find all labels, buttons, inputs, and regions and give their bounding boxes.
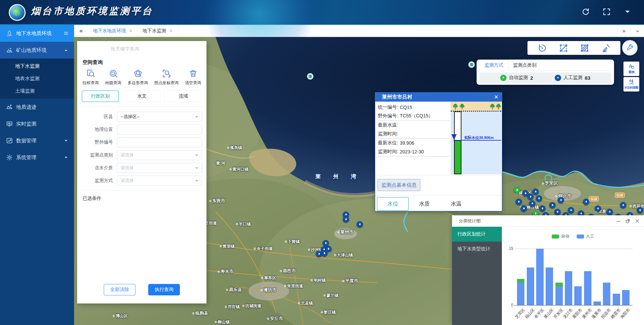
tool-拉框查询[interactable]: 拉框查询 (83, 69, 99, 86)
keyword-search-input[interactable] (82, 46, 172, 52)
tab-menu-button[interactable] (631, 25, 644, 37)
sidebar-item-地下水监测[interactable]: 地下水监测 (0, 60, 74, 72)
sidebar-item-地下水地质环境[interactable]: 地下水地质环境 (0, 25, 74, 42)
chevron-down-icon[interactable] (63, 138, 69, 143)
tool-清空查询[interactable]: 清空查询 (185, 69, 201, 86)
sidebar-item-土壤监测[interactable]: 土壤监测 (0, 85, 74, 97)
tab-overflow-button[interactable]: » (617, 25, 631, 37)
measure-distance-icon[interactable] (559, 43, 568, 53)
tab-地下水监测[interactable]: 地下水监测✕ (138, 25, 178, 37)
manual-station-marker[interactable] (529, 201, 536, 207)
manual-station-marker[interactable] (516, 199, 522, 205)
popup-tab-水质[interactable]: 水质 (409, 197, 440, 211)
tool-画圆查询[interactable]: 画圆查询 (105, 69, 121, 86)
map-button-图例[interactable]: 图例 (623, 62, 639, 76)
sidebar-item-实时监测[interactable]: 实时监测 (0, 115, 74, 132)
bar-开发区[interactable] (555, 283, 563, 305)
manual-station-marker[interactable] (343, 216, 349, 223)
sidebar-item-系统管理[interactable]: 系统管理 (0, 149, 74, 166)
manual-station-marker[interactable] (539, 206, 546, 212)
popup-tab-水温[interactable]: 水温 (440, 197, 472, 211)
manual-station-marker[interactable] (554, 209, 561, 215)
monitor-tab-监测方式[interactable]: 监测方式 (479, 60, 508, 71)
bar-海阳市[interactable] (622, 290, 630, 305)
bar-福山区[interactable] (527, 267, 534, 305)
collapse-tabs-button[interactable]: « (74, 25, 88, 37)
bar-招远市[interactable] (603, 283, 610, 305)
refresh-icon[interactable] (581, 7, 590, 16)
manual-station-marker[interactable] (583, 199, 589, 205)
含水介质-select[interactable]: 请选择 (117, 163, 202, 173)
legend-item-自动[interactable]: 自动 (552, 233, 569, 239)
close-icon[interactable]: ✕ (494, 94, 498, 100)
sidebar-item-数据管理[interactable]: 数据管理 (0, 132, 74, 149)
bar-莱山区[interactable] (546, 267, 553, 305)
chart-nav-行政区划统计[interactable]: 行政区划统计 (452, 227, 502, 242)
clear-all-button[interactable]: 全部清除 (104, 284, 135, 295)
manual-station-marker[interactable] (568, 207, 574, 214)
tool-多边形查询[interactable]: 多边形查询 (128, 69, 148, 86)
manual-station-marker[interactable] (595, 206, 601, 212)
manual-station-marker[interactable] (558, 197, 564, 204)
close-icon[interactable]: ✕ (129, 28, 133, 33)
form-row-含水介质: 含水介质请选择 (82, 163, 202, 173)
manual-station-marker[interactable] (521, 206, 527, 212)
manual-station-marker[interactable] (536, 195, 542, 202)
fullscreen-icon[interactable] (602, 7, 611, 16)
map-tools-button[interactable] (622, 40, 638, 56)
manual-station-marker[interactable] (637, 207, 643, 214)
manual-station-marker[interactable] (620, 202, 626, 209)
stat-自动监测[interactable]: 自动监测2 (500, 75, 533, 81)
bar-栖霞市[interactable] (613, 294, 620, 305)
query-tab-流域[interactable]: 流域 (165, 91, 202, 102)
tab-地下水地质环境[interactable]: 地下水地质环境✕ (88, 25, 138, 37)
close-icon[interactable] (635, 218, 640, 224)
stat-人工监测[interactable]: 人工监测83 (555, 75, 590, 81)
bar-牟平区[interactable] (536, 249, 544, 305)
bar-莱州市[interactable] (584, 271, 591, 305)
地理位置-input[interactable] (117, 124, 202, 135)
minimize-icon[interactable] (616, 218, 621, 224)
tool-拐点坐标查询[interactable]: 拐点坐标查询 (154, 69, 179, 86)
manual-station-marker[interactable] (549, 202, 556, 209)
bar-芝罘区[interactable] (517, 279, 524, 305)
chart-nav-地下水类型统计[interactable]: 地下水类型统计 (452, 242, 502, 256)
manual-station-marker[interactable] (357, 221, 363, 228)
query-tab-水文[interactable]: 水文 (123, 91, 160, 102)
sidebar-item-矿山地质环境[interactable]: 矿山地质环境 (0, 42, 74, 59)
field-value: 请选择 (121, 152, 134, 158)
legend-item-人工[interactable]: 人工 (577, 233, 594, 239)
sidebar-item-地表水监测[interactable]: 地表水监测 (0, 72, 74, 85)
close-icon[interactable]: ✕ (169, 28, 173, 33)
query-tab-行政区划[interactable]: 行政区划 (82, 91, 119, 102)
监测点类别-select[interactable]: 请选择 (117, 150, 202, 160)
sidebar-item-地质遗迹[interactable]: 地质遗迹 (0, 99, 74, 115)
station-info-button[interactable]: 监测点基本信息 (378, 179, 420, 191)
popup-tab-水位[interactable]: 水位 (377, 197, 409, 211)
clear-graphics-icon[interactable] (601, 43, 611, 53)
field-label: 含水介质 (82, 165, 117, 171)
map-button-水位剖面图[interactable]: 水位剖面图 (623, 77, 639, 92)
auto-station-marker[interactable] (514, 187, 520, 193)
measure-area-icon[interactable] (580, 43, 589, 53)
manual-station-marker[interactable] (321, 250, 328, 257)
bar-龙口市[interactable] (565, 271, 572, 305)
stat-value: 83 (585, 75, 590, 81)
menu-icon[interactable] (63, 31, 69, 36)
caret-down-icon[interactable] (623, 7, 632, 16)
manual-station-marker[interactable] (527, 194, 534, 200)
manual-station-marker[interactable] (607, 209, 613, 215)
监测方式-select[interactable]: 请选择 (117, 176, 202, 186)
区县-select[interactable]: --选择区-- (117, 112, 202, 122)
reset-view-icon[interactable] (538, 43, 547, 53)
manual-station-marker[interactable] (533, 189, 539, 195)
monitor-tab-监测点类别[interactable]: 监测点类别 (508, 60, 541, 71)
restore-icon[interactable] (625, 218, 631, 224)
execute-query-button[interactable]: 执行查询 (148, 284, 180, 295)
chevron-up-icon[interactable] (63, 47, 69, 53)
bar-蓬莱市[interactable] (593, 301, 601, 305)
chevron-down-icon[interactable] (63, 155, 69, 160)
野外编号-input[interactable] (117, 137, 202, 147)
bar-莱阳市[interactable] (574, 286, 582, 305)
x-tick-label: 莱州市 (581, 307, 593, 320)
